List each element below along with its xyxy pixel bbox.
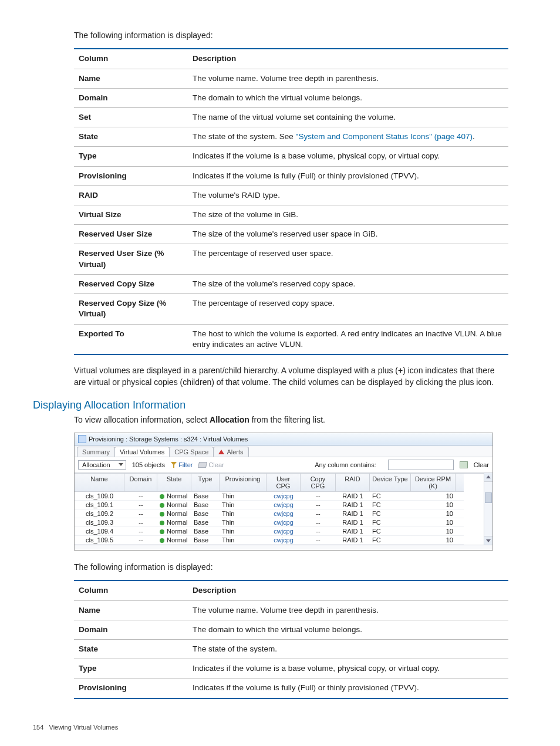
alloc-pre: To view allocation information, select: [74, 415, 210, 424]
status-dot-icon: [160, 538, 164, 543]
grid-header-state[interactable]: State: [157, 474, 191, 492]
grid-header-raid[interactable]: RAID: [336, 474, 370, 492]
cell-name[interactable]: cls_109.4: [75, 527, 124, 536]
cell-name[interactable]: cls_109.2: [75, 509, 124, 518]
grid-header-provisioning[interactable]: Provisioning: [220, 474, 266, 492]
cell-type: Base: [191, 518, 220, 527]
cell-usercpg[interactable]: cwjcpg: [266, 518, 301, 527]
funnel-icon: [171, 462, 177, 468]
status-dot-icon: [160, 529, 164, 534]
alloc-bold: Allocation: [210, 415, 249, 424]
cell-prov: Thin: [220, 527, 266, 536]
scroll-up-button[interactable]: [484, 473, 492, 482]
tbl2-row-label: Name: [74, 600, 188, 620]
tbl1-row-desc: The state of the system. See "System and…: [188, 127, 508, 147]
tbl1-row-desc: The percentage of reserved copy space.: [188, 294, 508, 324]
cell-spacer: [456, 509, 464, 518]
grid-header-type[interactable]: Type: [191, 474, 220, 492]
cell-domain: --: [124, 536, 157, 545]
tbl2-row-label: State: [74, 640, 188, 659]
cell-name[interactable]: cls_109.0: [75, 492, 124, 501]
cell-usercpg[interactable]: cwjcpg: [266, 492, 301, 501]
grid-header-devicetype[interactable]: Device Type: [370, 474, 411, 492]
tbl1-row-desc: The size of the volume's reserved copy s…: [188, 274, 508, 293]
tbl1-row-desc: The percentage of reserved user space.: [188, 244, 508, 274]
cell-rpm: 10: [411, 527, 456, 536]
cell-copycpg: --: [301, 509, 336, 518]
cell-raid: RAID 1: [336, 518, 370, 527]
cell-usercpg[interactable]: cwjcpg: [266, 536, 301, 545]
search-input[interactable]: [388, 460, 454, 470]
cell-name[interactable]: cls_109.1: [75, 501, 124, 509]
grid-header-copycpg[interactable]: Copy CPG: [301, 474, 336, 492]
tbl1-head-description: Description: [188, 49, 508, 69]
cell-name[interactable]: cls_109.3: [75, 518, 124, 527]
tbl2-row-desc: Indicates if the volume is fully (Full) …: [188, 679, 508, 698]
status-icons-link[interactable]: "System and Component Status Icons" (pag…: [296, 132, 473, 141]
cell-state: Normal: [157, 536, 191, 545]
tbl1-row-label: Exported To: [74, 324, 188, 355]
cell-type: Base: [191, 536, 220, 545]
filter-link-label: Filter: [178, 461, 193, 468]
cell-raid: RAID 1: [336, 527, 370, 536]
cell-spacer: [456, 518, 464, 527]
cell-state: Normal: [157, 527, 191, 536]
filter-mode-combo[interactable]: Allocation: [78, 460, 126, 470]
tbl1-row-desc: The volume name. Volume tree depth in pa…: [188, 69, 508, 88]
filter-link[interactable]: Filter: [171, 461, 193, 468]
tbl1-row-label: Provisioning: [74, 166, 188, 185]
object-count: 105 objects: [132, 461, 165, 468]
cell-copycpg: --: [301, 501, 336, 509]
cell-state: Normal: [157, 509, 191, 518]
chevron-down-icon: [119, 463, 123, 466]
tbl1-row-label: Name: [74, 69, 188, 88]
cell-name[interactable]: cls_109.5: [75, 536, 124, 545]
tab-cpg-space[interactable]: CPG Space: [169, 447, 214, 457]
cell-devtype: FC: [370, 501, 411, 509]
tab-virtual-volumes[interactable]: Virtual Volumes: [114, 447, 170, 457]
cell-prov: Thin: [220, 518, 266, 527]
cell-usercpg[interactable]: cwjcpg: [266, 509, 301, 518]
tbl2-row-label: Provisioning: [74, 679, 188, 698]
cell-devtype: FC: [370, 527, 411, 536]
cell-usercpg[interactable]: cwjcpg: [266, 527, 301, 536]
clear-link[interactable]: Clear: [198, 461, 224, 468]
screenshot-panel: Provisioning : Storage Systems : s324 : …: [74, 433, 493, 551]
status-dot-icon: [160, 512, 164, 517]
cell-usercpg[interactable]: cwjcpg: [266, 501, 301, 509]
scroll-down-button[interactable]: [484, 536, 492, 545]
cell-rpm: 10: [411, 536, 456, 545]
cell-type: Base: [191, 509, 220, 518]
window-icon: [78, 435, 86, 443]
grid-header-name[interactable]: Name: [75, 474, 124, 492]
grid-header-usercpg[interactable]: User CPG: [266, 474, 301, 492]
scrollbar[interactable]: [484, 473, 492, 545]
cell-rpm: 10: [411, 492, 456, 501]
tab-alerts-label: Alerts: [227, 448, 243, 455]
hierarchy-paragraph: Virtual volumes are displayed in a paren…: [74, 364, 506, 389]
printer-icon[interactable]: [460, 461, 468, 468]
tbl2-row-desc: The domain to which the virtual volume b…: [188, 620, 508, 639]
cell-state-text: Normal: [167, 510, 187, 517]
scroll-track[interactable]: [484, 482, 492, 536]
cell-state: Normal: [157, 518, 191, 527]
tab-alerts[interactable]: Alerts: [213, 447, 248, 457]
hierarchy-pre: Virtual volumes are displayed in a paren…: [74, 366, 398, 375]
tab-summary[interactable]: Summary: [77, 447, 115, 457]
grid-header-domain[interactable]: Domain: [124, 474, 157, 492]
description-table-1: Column Description NameThe volume name. …: [74, 48, 508, 355]
grid-header-devicerpm[interactable]: Device RPM (K): [411, 474, 456, 492]
tbl1-row-desc: The volume's RAID type.: [188, 185, 508, 205]
tbl1-row-desc: The size of the volume's reserved user s…: [188, 225, 508, 244]
cell-raid: RAID 1: [336, 509, 370, 518]
clear-link-2[interactable]: Clear: [474, 461, 489, 468]
tbl1-row-desc: The host to which the volume is exported…: [188, 324, 508, 355]
tbl1-row-label: Type: [74, 147, 188, 166]
eraser-icon: [198, 462, 207, 468]
alloc-post: from the filtering list.: [249, 415, 325, 424]
cell-raid: RAID 1: [336, 501, 370, 509]
scroll-thumb[interactable]: [485, 492, 492, 503]
tbl1-head-column: Column: [74, 49, 188, 69]
state-desc-post: .: [473, 132, 475, 141]
cell-type: Base: [191, 501, 220, 509]
